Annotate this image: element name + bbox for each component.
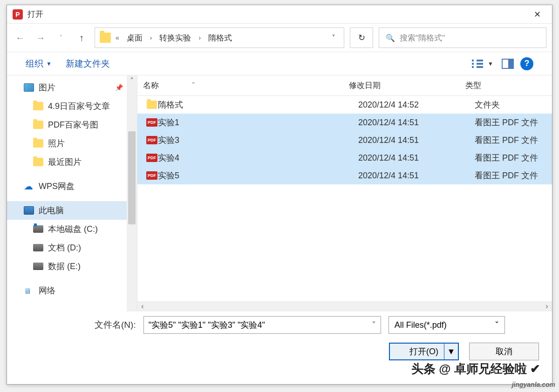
app-icon: P <box>13 9 23 20</box>
file-open-dialog: P 打开 ✕ ← → ˅ ↑ « 桌面 › 转换实验 › 隋格式 ˅ ↻ 🔍 搜… <box>7 5 552 385</box>
address-dropdown[interactable]: ˅ <box>328 32 339 44</box>
file-date: 2020/12/4 14:51 <box>358 118 475 128</box>
sidebar: 图片📌 4.9日百家号文章 PDF百家号图 照片 最近图片 WPS网盘 此电脑 … <box>7 75 137 311</box>
list-icon <box>472 60 474 68</box>
scroll-right-icon[interactable]: › <box>542 301 552 311</box>
filename-input[interactable]: "实验5" "实验1" "实验3" "实验4" ˅ <box>143 316 381 334</box>
navigation-bar: ← → ˅ ↑ « 桌面 › 转换实验 › 隋格式 ˅ ↻ 🔍 搜索"隋格式" <box>7 24 552 52</box>
network-icon <box>24 286 34 295</box>
sidebar-item-wps[interactable]: WPS网盘 <box>7 177 137 196</box>
toolbar: 组织▼ 新建文件夹 ▼ ? <box>7 52 552 75</box>
folder-icon <box>33 121 43 129</box>
file-type: 看图王 PDF 文件 <box>475 152 552 163</box>
breadcrumb-item[interactable]: 转换实验 <box>157 31 194 45</box>
cancel-button[interactable]: 取消 <box>469 343 539 360</box>
sidebar-item[interactable]: 最近图片 <box>7 153 137 171</box>
file-date: 2020/12/4 14:51 <box>358 135 475 145</box>
disk-icon <box>33 244 43 251</box>
chevron-right-icon: › <box>147 34 155 41</box>
pdf-icon: PDF <box>146 118 157 127</box>
file-row[interactable]: PDF实验52020/12/4 14:51看图王 PDF 文件 <box>137 167 552 184</box>
up-button[interactable]: ↑ <box>74 30 89 45</box>
titlebar: P 打开 ✕ <box>7 5 552 24</box>
pc-icon <box>24 206 34 215</box>
preview-pane-button[interactable] <box>502 59 514 69</box>
column-type[interactable]: 类型 <box>465 80 552 91</box>
pdf-icon: PDF <box>146 154 157 162</box>
file-list: 隋格式2020/12/4 14:52文件夹PDF实验12020/12/4 14:… <box>137 96 552 301</box>
sidebar-item[interactable]: 4.9日百家号文章 <box>7 97 137 115</box>
breadcrumb-prefix: « <box>113 34 122 41</box>
file-date: 2020/12/4 14:52 <box>358 100 475 110</box>
sidebar-item-network[interactable]: 网络 <box>7 281 137 300</box>
list-icon <box>477 60 483 68</box>
disk-icon <box>33 263 43 270</box>
file-name: 隋格式 <box>158 99 358 110</box>
search-placeholder: 搜索"隋格式" <box>400 33 445 43</box>
pdf-icon: PDF <box>146 136 157 144</box>
watermark-text: 头条 @ 卓师兄经验啦 ✔ <box>411 361 540 377</box>
file-date: 2020/12/4 14:51 <box>358 153 475 163</box>
disk-icon <box>33 225 43 233</box>
pdf-icon: PDF <box>146 171 157 180</box>
cloud-icon <box>24 182 34 190</box>
file-date: 2020/12/4 14:51 <box>358 171 475 181</box>
file-name: 实验4 <box>158 152 358 163</box>
sidebar-item-drive[interactable]: 数据 (E:) <box>7 257 137 276</box>
watermark-url: jingyanla.com <box>512 381 555 388</box>
column-name[interactable]: 名称 <box>137 80 349 91</box>
filter-value: All Files(*.pdf) <box>395 320 447 330</box>
open-button[interactable]: 打开(O) ▼ <box>389 343 459 360</box>
organize-menu[interactable]: 组织▼ <box>26 58 52 70</box>
file-name: 实验5 <box>158 170 358 181</box>
scroll-up-icon[interactable]: ˄ <box>127 75 137 86</box>
sidebar-scrollbar[interactable]: ˄ <box>127 75 137 311</box>
refresh-icon: ↻ <box>358 33 365 43</box>
address-bar[interactable]: « 桌面 › 转换实验 › 隋格式 ˅ <box>95 27 344 48</box>
breadcrumb-item[interactable]: 隋格式 <box>205 31 235 45</box>
file-row[interactable]: PDF实验42020/12/4 14:51看图王 PDF 文件 <box>137 149 552 167</box>
filename-label: 文件名(N): <box>95 319 136 331</box>
file-type-filter[interactable]: All Files(*.pdf) ˅ <box>389 316 505 334</box>
sidebar-item[interactable]: 照片 <box>7 134 137 153</box>
search-box[interactable]: 🔍 搜索"隋格式" <box>379 27 546 48</box>
file-type: 看图王 PDF 文件 <box>475 135 552 146</box>
folder-icon <box>147 101 157 109</box>
horizontal-scrollbar[interactable]: ‹ › <box>137 301 552 311</box>
recent-dropdown[interactable]: ˅ <box>54 30 68 45</box>
open-dropdown[interactable]: ▼ <box>444 344 458 359</box>
file-type: 看图王 PDF 文件 <box>475 170 552 181</box>
folder-icon <box>100 33 111 43</box>
sidebar-item[interactable]: PDF百家号图 <box>7 115 137 134</box>
folder-icon <box>33 158 43 166</box>
pictures-icon <box>24 83 34 92</box>
sidebar-item-thispc[interactable]: 此电脑 <box>7 201 137 220</box>
sidebar-item-drive[interactable]: 文档 (D:) <box>7 238 137 257</box>
filename-dropdown[interactable]: ˅ <box>372 320 376 330</box>
help-button[interactable]: ? <box>520 57 533 70</box>
file-row[interactable]: PDF实验32020/12/4 14:51看图王 PDF 文件 <box>137 131 552 149</box>
scroll-left-icon[interactable]: ‹ <box>137 301 148 311</box>
dialog-title: 打开 <box>27 9 528 20</box>
column-headers: 名称 修改日期 类型 <box>137 75 552 96</box>
refresh-button[interactable]: ↻ <box>350 27 373 48</box>
main-content: 图片📌 4.9日百家号文章 PDF百家号图 照片 最近图片 WPS网盘 此电脑 … <box>7 75 552 311</box>
scroll-thumb[interactable] <box>128 131 136 224</box>
file-name: 实验3 <box>158 135 358 146</box>
file-area: ˄ 名称 修改日期 类型 隋格式2020/12/4 14:52文件夹PDF实验1… <box>137 75 552 311</box>
file-row[interactable]: 隋格式2020/12/4 14:52文件夹 <box>137 96 552 114</box>
back-button[interactable]: ← <box>13 30 27 45</box>
view-mode-button[interactable]: ▼ <box>470 58 495 70</box>
chevron-right-icon: › <box>196 34 204 41</box>
file-name: 实验1 <box>158 117 358 128</box>
breadcrumb-item[interactable]: 桌面 <box>124 31 145 45</box>
sidebar-item-drive[interactable]: 本地磁盘 (C:) <box>7 220 137 238</box>
folder-icon <box>33 139 43 148</box>
file-row[interactable]: PDF实验12020/12/4 14:51看图王 PDF 文件 <box>137 114 552 131</box>
filename-value: "实验5" "实验1" "实验3" "实验4" <box>149 319 265 331</box>
sidebar-item-pictures[interactable]: 图片📌 <box>7 78 137 97</box>
close-button[interactable]: ✕ <box>528 7 546 21</box>
new-folder-button[interactable]: 新建文件夹 <box>66 58 110 70</box>
forward-button[interactable]: → <box>33 30 48 45</box>
column-date[interactable]: 修改日期 <box>349 80 465 91</box>
